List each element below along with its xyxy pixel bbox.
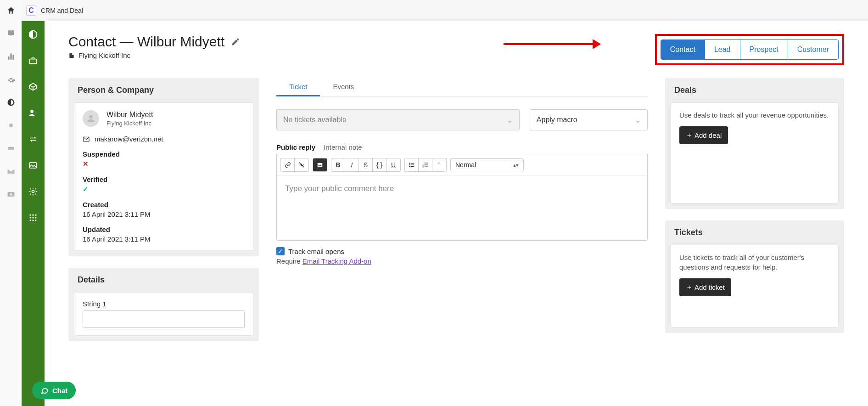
brand-icon: C [26,6,36,16]
suspended-value: ✕ [83,160,245,168]
app-rail [0,0,22,406]
image-icon[interactable] [28,160,38,170]
svg-point-21 [409,164,410,165]
stage-contact[interactable]: Contact [661,40,705,59]
home-icon[interactable] [5,5,17,16]
list-ul-icon[interactable] [405,158,419,171]
company-name: Flying Kickoff Inc [78,51,130,59]
italic-button[interactable]: I [345,158,359,171]
unlink-icon[interactable] [295,158,308,171]
stage-prospect[interactable]: Prospect [740,40,788,59]
created-label: Created [83,201,245,209]
deals-panel: Deals Use deals to track all your revenu… [665,78,844,209]
image-insert-icon[interactable] [313,158,327,171]
svg-point-8 [32,191,34,193]
chat-widget[interactable]: Chat [32,382,76,399]
macro-dropdown[interactable]: Apply macro ⌄ [530,109,648,130]
editor-textarea[interactable]: Type your public comment here [277,176,647,240]
main-content: Contact — Wilbur Midyett Flying Kickoff … [45,21,868,406]
crm-logo-icon[interactable] [28,29,38,39]
stage-customer[interactable]: Customer [788,40,838,59]
settings-rail-icon[interactable] [5,73,17,85]
link-icon[interactable] [281,158,295,171]
apps-icon[interactable] [28,213,38,223]
edit-icon[interactable] [231,37,240,46]
svg-rect-29 [424,163,428,163]
details-panel: Details String 1 [68,268,259,341]
inbox-icon[interactable] [5,28,17,39]
created-value: 16 April 2021 3:11 PM [83,210,245,218]
svg-point-22 [409,166,410,167]
center-column: Ticket Events No tickets available ⌄ App… [276,78,648,265]
more1-icon[interactable] [5,119,17,131]
transfer-icon[interactable] [28,134,38,144]
add-deal-button[interactable]: ＋Add deal [679,126,728,144]
updated-label: Updated [83,226,245,233]
underline-button[interactable]: U [386,158,400,171]
add-ticket-button[interactable]: ＋Add ticket [679,278,731,296]
envelope-icon [83,135,90,143]
svg-rect-25 [410,166,414,167]
svg-rect-24 [410,164,414,165]
briefcase-icon[interactable] [28,56,38,66]
quote-icon[interactable]: ” [432,158,446,171]
settings-green-icon[interactable] [28,186,38,197]
stage-selector: Contact Lead Prospect Customer [661,39,839,60]
track-checkbox[interactable]: ✓ [276,247,285,255]
string1-input[interactable] [83,310,245,328]
stage-lead[interactable]: Lead [705,40,740,59]
tickets-text: Use tickets to track all of your custome… [679,253,830,272]
macro-dropdown-label: Apply macro [537,116,577,124]
more2-icon[interactable] [5,142,17,154]
topbar: C CRM and Deal [22,0,868,21]
building-icon [68,52,75,59]
add-deal-label: Add deal [694,131,722,139]
person-company-title: Person & Company [68,78,259,102]
svg-point-17 [35,220,36,221]
mail-rail-icon[interactable] [5,165,17,177]
chat-label: Chat [52,387,67,395]
suspended-label: Suspended [83,150,245,158]
format-select[interactable]: Normal ▴▾ [450,158,524,171]
reply-tab-public[interactable]: Public reply [276,143,315,151]
add-ticket-label: Add ticket [694,283,725,291]
reports-icon[interactable] [5,51,17,62]
tickets-panel: Tickets Use tickets to track all of your… [665,220,844,333]
person-name: Wilbur Midyett [106,111,153,119]
person-company-panel: Person & Company Wilbur Midyett Flying K… [68,78,259,256]
format-select-label: Normal [455,161,476,169]
code-button[interactable]: { } [373,158,386,171]
ticket-dropdown-label: No tickets available [283,116,347,124]
svg-point-10 [32,214,34,216]
svg-rect-19 [318,163,323,167]
chat-icon [40,386,49,395]
reply-tab-internal[interactable]: Internal note [324,143,362,151]
ticket-dropdown[interactable]: No tickets available ⌄ [276,109,520,130]
updated-value: 16 April 2021 3:11 PM [83,235,245,243]
plus-icon: ＋ [686,283,693,292]
svg-point-9 [30,214,31,216]
svg-point-13 [32,217,34,218]
svg-point-16 [32,220,34,221]
page-title: Contact — Wilbur Midyett [68,34,224,50]
svg-rect-2 [8,147,14,150]
contacts-icon[interactable] [28,108,38,118]
bold-button[interactable]: B [331,158,345,171]
person-company: Flying Kickoff Inc [106,120,153,127]
page-header: Contact — Wilbur Midyett Flying Kickoff … [45,21,868,70]
tickets-title: Tickets [665,220,844,245]
chevron-down-icon: ⌄ [635,116,641,124]
crm-rail-icon[interactable] [5,96,17,108]
require-prefix: Require [276,257,302,265]
svg-point-15 [30,220,31,221]
tab-ticket[interactable]: Ticket [276,78,320,96]
box-icon[interactable] [28,82,38,92]
svg-rect-30 [424,164,428,165]
require-link[interactable]: Email Tracking Add-on [302,257,371,265]
video-rail-icon[interactable] [5,188,17,200]
list-ol-icon[interactable]: 123 [419,158,432,171]
strike-button[interactable]: S [359,158,373,171]
tab-events[interactable]: Events [320,78,367,96]
string1-label: String 1 [83,300,245,308]
svg-point-20 [409,163,410,164]
